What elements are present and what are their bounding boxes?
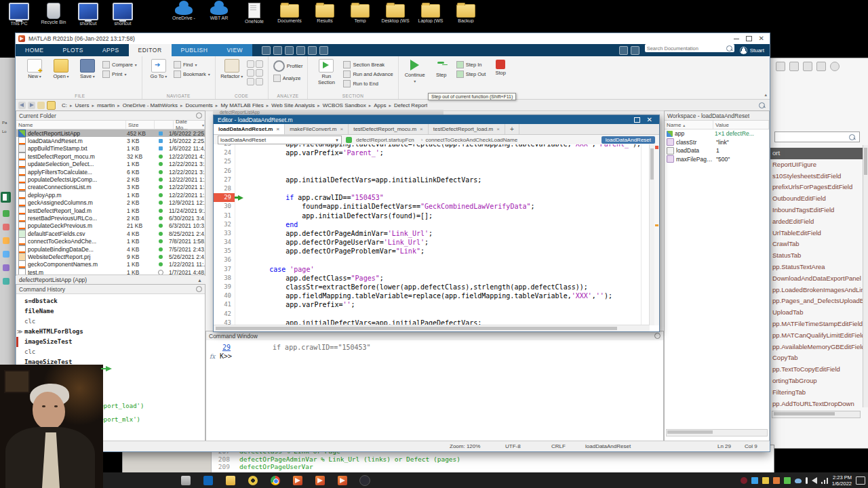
- line-number[interactable]: 31: [214, 211, 235, 220]
- line-number[interactable]: 40: [214, 291, 235, 300]
- breadcrumb-segment[interactable]: Users: [67, 102, 89, 108]
- indent-right-icon[interactable]: [256, 78, 263, 85]
- file-row[interactable]: geckAssignedColumns.m 2 KB 12/9/2021 12:…: [16, 199, 205, 207]
- workspace-row[interactable]: classStr "link": [665, 138, 769, 147]
- line-number[interactable]: 33: [214, 229, 235, 238]
- tab-apps[interactable]: APPS: [93, 44, 129, 56]
- find-button[interactable]: Find: [174, 60, 210, 68]
- column-value[interactable]: Value: [713, 121, 769, 129]
- desktop-icon[interactable]: OneDrive -: [167, 1, 200, 24]
- line-number[interactable]: 25: [214, 157, 235, 166]
- desktop-icon[interactable]: Documents: [273, 1, 306, 24]
- documentation-search[interactable]: [645, 44, 734, 52]
- taskbar-app-button[interactable]: [357, 473, 372, 487]
- line-number[interactable]: 39: [214, 283, 235, 291]
- code-line[interactable]: 32 end: [214, 220, 650, 229]
- desktop-icon[interactable]: Desktop (WS: [379, 1, 412, 24]
- taskbar-app-button[interactable]: [290, 473, 305, 487]
- tray-icon[interactable]: [795, 479, 802, 483]
- tab-publish[interactable]: PUBLISH: [172, 44, 218, 56]
- refactor-button[interactable]: Refactor: [220, 58, 243, 92]
- section-break-button[interactable]: Section Break: [343, 60, 393, 68]
- line-number[interactable]: 28: [214, 184, 235, 193]
- code-line[interactable]: 27 app.initialDefectVars=app.initialLink…: [214, 176, 650, 184]
- close-tab-icon[interactable]: ×: [276, 126, 279, 132]
- column-date[interactable]: Date Mo...: [174, 121, 205, 129]
- analyze-button[interactable]: Analyze: [273, 74, 303, 82]
- component-list-item[interactable]: ReportUIFigure: [770, 159, 863, 171]
- component-list-item[interactable]: ortingTabGroup: [770, 375, 863, 387]
- user-account[interactable]: Stuart: [740, 44, 770, 56]
- copy-icon[interactable]: [285, 46, 294, 55]
- tray-icon[interactable]: [741, 477, 747, 484]
- history-item[interactable]: s=dbstack: [16, 296, 205, 306]
- help-icon[interactable]: [631, 46, 639, 55]
- save-icon[interactable]: [262, 46, 271, 55]
- paste-icon[interactable]: [296, 46, 305, 55]
- component-list-item[interactable]: pp.MATFileTimeStampEditField: [770, 319, 863, 330]
- line-number[interactable]: 35: [214, 247, 235, 256]
- column-name[interactable]: Name: [665, 121, 713, 129]
- column-git[interactable]: [155, 121, 174, 129]
- line-number[interactable]: 27: [214, 176, 235, 184]
- maximize-button[interactable]: [746, 36, 752, 41]
- tray-icon[interactable]: [821, 477, 828, 484]
- run-and-advance-button[interactable]: Run and Advance: [343, 70, 393, 78]
- file-row[interactable]: testDefectReport_load.m 1 KB 11/24/2021 …: [16, 207, 205, 214]
- desktop-icon[interactable]: Results: [309, 1, 341, 24]
- component-list-item[interactable]: pp.Pages_and_DefectsUploadButton: [770, 296, 863, 307]
- horizontal-scrollbar[interactable]: [214, 325, 650, 331]
- print-button[interactable]: Print: [102, 70, 137, 78]
- comment-icon[interactable]: [247, 60, 254, 68]
- tab-view[interactable]: VIEW: [217, 44, 252, 56]
- line-ending[interactable]: CRLF: [551, 443, 566, 449]
- horizontal-scrollbar[interactable]: [666, 429, 768, 436]
- code-line[interactable]: 33 app.defectOrPageAdminVar='Link_Url';: [214, 229, 650, 238]
- title-bar[interactable]: MATLAB R2021b (06-Jan-2022 13:17:58) ✕: [16, 33, 770, 45]
- tab-home[interactable]: HOME: [16, 44, 54, 56]
- dock-button[interactable]: [634, 117, 640, 123]
- file-row[interactable]: connectToGeckoAndChe... 1 KB 7/8/2021 1:…: [16, 237, 205, 245]
- file-row[interactable]: applyFiltersToCalculate... 6 KB 12/22/20…: [16, 168, 205, 176]
- code-area[interactable]: 23 app.fieldMapping.tableVariable=replac…: [214, 144, 650, 325]
- step-button[interactable]: Step: [430, 58, 453, 92]
- file-row[interactable]: populateGeckPrevious.m 21 KB 6/3/2021 10…: [16, 222, 205, 230]
- toolbar-icon[interactable]: [816, 62, 826, 71]
- tab-plots[interactable]: PLOTS: [54, 44, 93, 56]
- code-line[interactable]: 37 case 'page': [214, 265, 650, 274]
- warning-marker[interactable]: [655, 224, 658, 226]
- breadcrumb-segment[interactable]: WCBOS Sandbox: [315, 102, 366, 108]
- taskbar-app-button[interactable]: [267, 473, 283, 487]
- desktop-icon[interactable]: WBT AR: [203, 1, 235, 24]
- close-button[interactable]: ✕: [759, 35, 764, 42]
- panel-menu-icon[interactable]: [654, 333, 660, 339]
- history-item[interactable]: makeHTMLForBlogs: [16, 327, 205, 337]
- code-line[interactable]: 25: [214, 157, 650, 166]
- go-down-icon[interactable]: [346, 137, 352, 143]
- line-link[interactable]: 29: [222, 344, 231, 351]
- component-list-item[interactable]: pp.AddToURLTextDropDown: [770, 399, 863, 410]
- debug-prompt[interactable]: K>>: [220, 352, 232, 360]
- history-item[interactable]: clc: [16, 347, 205, 357]
- file-row[interactable]: appBuildTimeStamp.txt 1 KB 1/6/2022 11:4…: [16, 145, 205, 152]
- command-window-body[interactable]: 29if app.crawlID=="150453" fx K>>: [206, 340, 663, 442]
- horizontal-scrollbar[interactable]: [772, 411, 861, 418]
- line-number[interactable]: 29: [214, 193, 235, 202]
- desktop-icon[interactable]: shortcut: [106, 1, 139, 26]
- help-icon[interactable]: [830, 62, 840, 71]
- collapse-details-icon[interactable]: ▲: [197, 278, 202, 283]
- taskbar-app-button[interactable]: [222, 473, 238, 487]
- search-input[interactable]: [645, 45, 726, 52]
- editor-tab[interactable]: testDefectReport_mocu.m×: [349, 124, 429, 134]
- taskbar-app-button[interactable]: [178, 473, 193, 487]
- component-list-item[interactable]: OutboundEditField: [770, 193, 863, 205]
- component-list-item[interactable]: UploadTab: [770, 307, 863, 319]
- code-line[interactable]: 28: [214, 184, 650, 193]
- breadcrumb-segment[interactable]: Defect Report: [387, 102, 428, 108]
- editor-tab[interactable]: testDefectReport_load.m×: [429, 124, 505, 134]
- component-list-item[interactable]: pp.MATCanQualifyLimitEditField: [770, 330, 863, 342]
- file-row[interactable]: defaultFacetFields.csv 4 KB 8/25/2021 2:…: [16, 230, 205, 237]
- function-crumb[interactable]: defectReport.startupFcn: [356, 137, 414, 143]
- file-row[interactable]: populateBindingDataDe... 4 KB 7/5/2021 2…: [16, 245, 205, 253]
- function-dropdown[interactable]: loadDataAndReset▼: [218, 136, 342, 144]
